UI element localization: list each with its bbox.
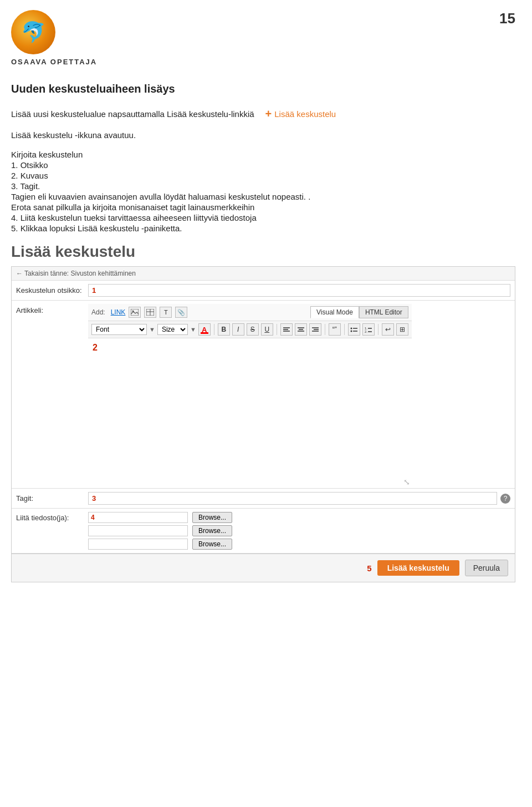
main-content: Uuden keskusteluaiheen lisäys Lisää uusi… <box>0 72 532 593</box>
svg-point-14 <box>351 327 352 329</box>
instruction-step4: 4. Liitä keskustelun tueksi tarvittaessa… <box>11 213 515 222</box>
browse-btn-3[interactable]: Browse... <box>192 539 232 550</box>
page-title: Uuden keskusteluaiheen lisäys <box>11 83 515 95</box>
browse-btn-2[interactable]: Browse... <box>192 525 232 536</box>
size-select[interactable]: Size <box>157 324 188 335</box>
attach-fields: Browse... Browse... Browse... <box>88 512 510 550</box>
attach-input-3[interactable] <box>88 539 188 550</box>
section-heading: Lisää keskustelu <box>11 243 515 261</box>
logo-text: OSAAVA OPETTAJA <box>11 58 97 66</box>
attach-label: Liitä tiedosto(ja): <box>16 512 88 522</box>
svg-point-16 <box>351 330 352 332</box>
add-button-inline: + Lisää keskustelu <box>265 108 336 120</box>
instruction-step5: 5. Klikkaa lopuksi Lisää keskustelu -pai… <box>11 224 515 233</box>
attach-field-row-3: Browse... <box>88 539 510 550</box>
image-icon-btn[interactable] <box>129 307 141 318</box>
attach-row: Liitä tiedosto(ja): Browse... Browse... … <box>12 509 515 554</box>
tags-label: Tagit: <box>16 494 88 503</box>
sep5 <box>378 324 378 335</box>
bottom-bar: 5 Lisää keskustelu Peruula <box>12 554 515 582</box>
align-left-btn[interactable] <box>280 323 293 336</box>
text-icon-btn[interactable]: T <box>160 307 172 318</box>
svg-rect-0 <box>131 309 139 316</box>
sep1 <box>214 324 214 335</box>
article-label: Artikkeli: <box>16 304 88 314</box>
back-link[interactable]: ← Takaisin tänne: Sivuston kehittäminen <box>12 267 515 281</box>
sep2 <box>277 324 277 335</box>
bold-btn[interactable]: B <box>218 323 230 336</box>
ordered-list-btn[interactable]: 1.2. <box>362 323 375 336</box>
attachment-icon-btn[interactable]: 📎 <box>175 307 187 318</box>
instructions: Kirjoita keskustelun 1. Otsikko 2. Kuvau… <box>11 150 515 233</box>
instruction-step3-detail: Tagien eli kuvaavien avainsanojen avulla… <box>11 192 515 201</box>
editor-body[interactable]: 2 ⤡ <box>88 338 412 488</box>
format-btn[interactable]: ⊞ <box>396 323 408 336</box>
browse-btn-1[interactable]: Browse... <box>192 512 232 523</box>
form-container: ← Takaisin tänne: Sivuston kehittäminen … <box>11 266 515 582</box>
font-select[interactable]: Font <box>91 324 147 335</box>
align-right-btn[interactable] <box>309 323 321 336</box>
unordered-list-btn[interactable] <box>348 323 360 336</box>
instruction-step1: 1. Otsikko <box>11 160 515 170</box>
add-toolbar: Add: LINK T 📎 <box>88 304 412 321</box>
strikethrough-btn[interactable]: S <box>247 323 259 336</box>
instruction-step3-detail2: Erota sanat pilkulla ja kirjoita monisan… <box>11 202 515 212</box>
title-input[interactable] <box>88 284 510 297</box>
editor-toolbar: Font ▼ Size ▼ A B <box>88 321 412 338</box>
visual-mode-tab[interactable]: Visual Mode <box>310 306 359 318</box>
title-row: Keskustelun otsikko: <box>12 281 515 301</box>
font-color-btn[interactable]: A <box>198 323 211 336</box>
attach-input-2[interactable] <box>88 525 188 536</box>
article-number: 2 <box>93 343 98 352</box>
instruction-intro: Kirjoita keskustelun <box>11 150 515 159</box>
window-opens-text: Lisää keskustelu -ikkuna avautuu. <box>11 130 515 140</box>
undo-btn[interactable]: ↩ <box>382 323 394 336</box>
attach-field-row-1: Browse... <box>88 512 510 523</box>
mode-tabs: Visual Mode HTML Editor <box>310 306 408 318</box>
page-header: 🐬 OSAAVA OPETTAJA 15 <box>0 0 532 72</box>
intro-text: Lisää uusi keskustelualue napsauttamalla… <box>11 109 254 119</box>
sep4 <box>344 324 345 335</box>
instruction-step2: 2. Kuvaus <box>11 171 515 180</box>
svg-text:2.: 2. <box>365 330 367 333</box>
tags-input[interactable] <box>88 492 497 505</box>
title-field <box>88 284 510 297</box>
add-button-label: Lisää keskustelu <box>274 109 336 119</box>
link-button[interactable]: LINK <box>111 308 126 316</box>
blockquote-btn[interactable]: “” <box>329 323 341 336</box>
page-number: 15 <box>499 10 515 27</box>
cancel-button[interactable]: Peruula <box>465 560 508 576</box>
italic-btn[interactable]: I <box>232 323 244 336</box>
add-label: Add: <box>91 308 105 316</box>
logo-image: 🐬 <box>11 10 55 54</box>
submit-number: 5 <box>367 564 371 573</box>
help-icon[interactable]: ? <box>500 494 510 504</box>
tags-row: Tagit: ? <box>12 489 515 509</box>
align-center-btn[interactable] <box>295 323 307 336</box>
back-link-text: ← Takaisin tänne: Sivuston kehittäminen <box>16 270 136 277</box>
html-editor-tab[interactable]: HTML Editor <box>359 306 408 318</box>
attach-field-row-2: Browse... <box>88 525 510 536</box>
table-icon-btn[interactable] <box>144 307 156 318</box>
intro-row: Lisää uusi keskustelualue napsauttamalla… <box>11 108 515 120</box>
logo-area: 🐬 OSAAVA OPETTAJA <box>11 10 97 66</box>
attach-input-1[interactable] <box>88 512 188 523</box>
resize-handle[interactable]: ⤡ <box>403 478 410 486</box>
instruction-step3: 3. Tagit. <box>11 181 515 191</box>
underline-btn[interactable]: U <box>261 323 273 336</box>
sep3 <box>325 324 325 335</box>
article-editor: Add: LINK T 📎 <box>88 304 412 488</box>
submit-button[interactable]: Lisää keskustelu <box>377 560 459 576</box>
plus-icon: + <box>265 108 272 120</box>
article-row: Artikkeli: Add: LINK <box>12 301 515 489</box>
title-label: Keskustelun otsikko: <box>16 284 88 295</box>
